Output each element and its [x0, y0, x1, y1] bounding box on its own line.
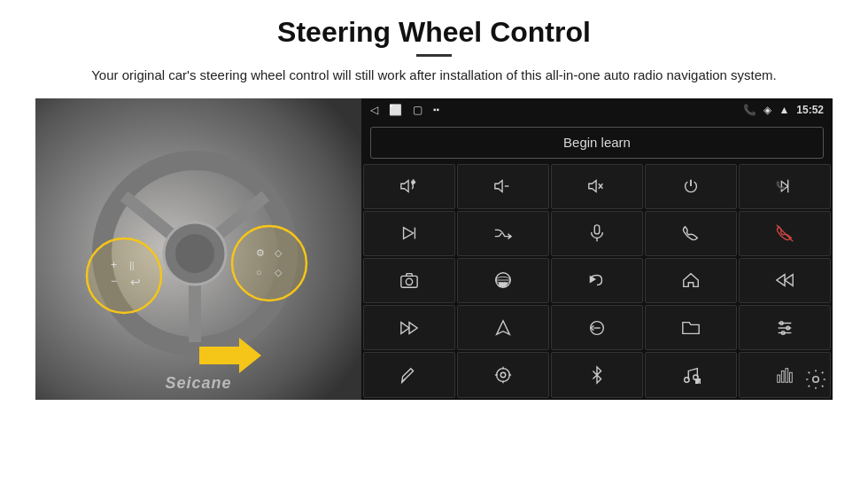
subtitle: Your original car's steering wheel contr…	[35, 66, 833, 86]
svg-text:−: −	[111, 275, 117, 287]
shuffle-button[interactable]	[457, 211, 549, 256]
svg-text:◇: ◇	[275, 267, 283, 277]
rewind-icon	[775, 270, 794, 290]
begin-learn-label: Begin learn	[563, 135, 631, 150]
page-title: Steering Wheel Control	[35, 16, 833, 49]
vol-down-icon	[493, 176, 513, 196]
undo-icon	[587, 270, 607, 290]
controls-grid: +	[361, 164, 833, 400]
sliders-icon	[775, 318, 794, 338]
svg-rect-63	[786, 369, 788, 383]
vol-mute-icon	[587, 176, 607, 196]
equalizer-icon	[775, 365, 794, 385]
svg-text:◇: ◇	[275, 247, 283, 258]
wifi-icon: ◈	[763, 104, 771, 116]
notification-icon: ▪▪	[433, 105, 439, 114]
fast-forward-icon	[399, 318, 419, 338]
phone-decline-button[interactable]	[739, 211, 831, 256]
svg-marker-37	[591, 277, 595, 283]
transfer-button[interactable]	[551, 305, 643, 350]
svg-point-53	[500, 372, 506, 378]
target-button[interactable]	[457, 352, 549, 397]
call-prev-icon: 📞	[775, 176, 794, 196]
pen-icon	[399, 365, 419, 385]
svg-point-32	[406, 279, 412, 285]
svg-marker-22	[589, 181, 596, 192]
svg-point-6	[175, 234, 214, 273]
back-nav-icon[interactable]: ◁	[370, 104, 378, 116]
status-right: 📞 ◈ ▲ 15:52	[743, 104, 824, 116]
android-panel: ◁ ⬜ ▢ ▪▪ 📞 ◈ ▲ 15:52 Begin learn	[361, 98, 833, 400]
shuffle-icon	[493, 223, 513, 243]
svg-text:360°: 360°	[499, 284, 508, 288]
settings-gear-button[interactable]	[804, 368, 827, 396]
gear-icon	[804, 368, 827, 391]
svg-text:○: ○	[256, 267, 262, 277]
svg-rect-64	[790, 372, 793, 382]
sliders-button[interactable]	[739, 305, 831, 350]
svg-marker-26	[404, 228, 414, 239]
camera-icon	[399, 270, 419, 290]
svg-rect-28	[594, 225, 600, 234]
svg-rect-61	[778, 375, 780, 382]
phone-accept-button[interactable]	[645, 211, 737, 256]
svg-marker-38	[777, 275, 785, 286]
title-section: Steering Wheel Control Your original car…	[35, 16, 833, 86]
status-bar: ◁ ⬜ ▢ ▪▪ 📞 ◈ ▲ 15:52	[361, 98, 833, 121]
svg-marker-41	[409, 322, 417, 333]
svg-text:||: ||	[129, 260, 135, 270]
target-icon	[493, 365, 513, 385]
undo-button[interactable]	[551, 258, 643, 303]
status-left: ◁ ⬜ ▢ ▪▪	[370, 104, 439, 116]
steering-wheel-svg: + || − ↩ ⚙ ◇ ○ ◇	[35, 98, 361, 400]
svg-rect-31	[401, 277, 417, 288]
svg-marker-20	[495, 181, 502, 192]
recents-nav-icon[interactable]: ▢	[413, 104, 422, 116]
phone-accept-icon	[681, 223, 701, 243]
view360-button[interactable]: 360°	[457, 258, 549, 303]
svg-marker-40	[401, 322, 409, 333]
navigate-icon	[493, 318, 513, 338]
svg-point-52	[497, 369, 510, 382]
folder-button[interactable]	[645, 305, 737, 350]
content-row: + || − ↩ ⚙ ◇ ○ ◇ Seicane	[35, 98, 833, 400]
pen-button[interactable]	[363, 352, 455, 397]
next-icon	[399, 223, 419, 243]
transfer-icon	[587, 318, 607, 338]
phone-decline-icon	[775, 223, 794, 243]
svg-rect-62	[781, 371, 784, 382]
bluetooth-button[interactable]	[551, 352, 643, 397]
svg-point-12	[232, 226, 306, 301]
title-divider	[416, 54, 452, 57]
music-button[interactable]: BT	[645, 352, 737, 397]
home-icon	[681, 270, 701, 290]
svg-text:+: +	[412, 179, 415, 185]
home-btn2[interactable]	[645, 258, 737, 303]
vol-up-button[interactable]: +	[363, 164, 455, 209]
next-button[interactable]	[363, 211, 455, 256]
power-icon	[681, 176, 701, 196]
music-icon: BT	[681, 365, 701, 385]
mic-button[interactable]	[551, 211, 643, 256]
fast-forward-button[interactable]	[363, 305, 455, 350]
clock: 15:52	[796, 104, 824, 116]
vol-up-icon: +	[399, 176, 419, 196]
begin-learn-button[interactable]: Begin learn	[370, 127, 824, 159]
camera-button[interactable]	[363, 258, 455, 303]
view360-icon: 360°	[493, 270, 513, 290]
page-wrapper: Steering Wheel Control Your original car…	[0, 0, 868, 409]
home-nav-icon[interactable]: ⬜	[389, 104, 402, 116]
call-prev-button[interactable]: 📞	[739, 164, 831, 209]
steering-bg: + || − ↩ ⚙ ◇ ○ ◇ Seicane	[35, 98, 361, 400]
rewind-button[interactable]	[739, 258, 831, 303]
svg-text:BT: BT	[696, 379, 701, 384]
svg-point-7	[87, 238, 161, 313]
svg-point-65	[813, 376, 819, 382]
svg-text:+: +	[111, 259, 117, 271]
navigate-button[interactable]	[457, 305, 549, 350]
svg-marker-42	[497, 320, 510, 334]
vol-down-button[interactable]	[457, 164, 549, 209]
vol-mute-button[interactable]	[551, 164, 643, 209]
power-button[interactable]	[645, 164, 737, 209]
bluetooth-icon	[587, 365, 607, 385]
